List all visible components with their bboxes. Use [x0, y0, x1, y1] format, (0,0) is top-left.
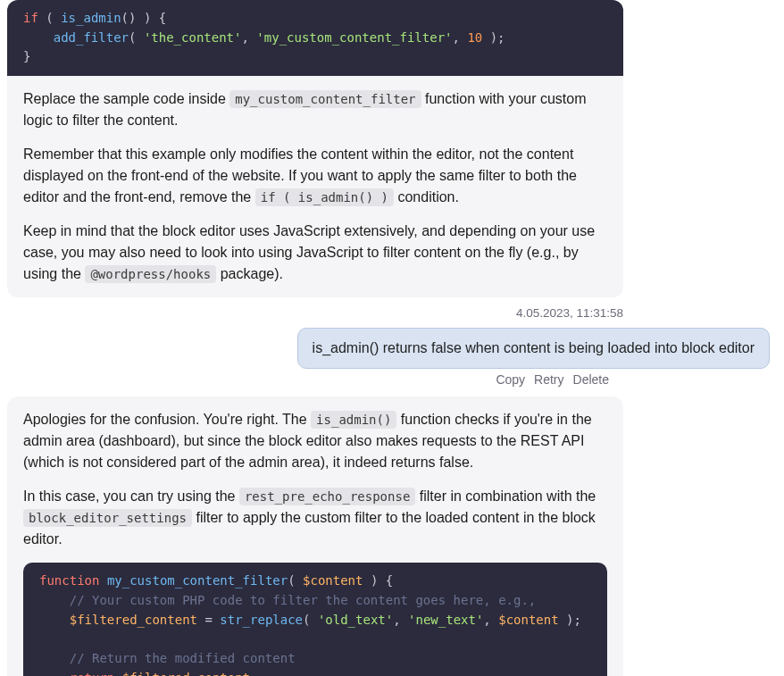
timestamp: 4.05.2023, 11:31:58 [0, 305, 623, 322]
code-block-2: function my_custom_content_filter( $cont… [23, 563, 607, 676]
paragraph: Apologies for the confusion. You're righ… [23, 409, 607, 473]
inline-code: if ( is_admin() ) [255, 188, 394, 206]
user-message: is_admin() returns false when content is… [297, 328, 770, 369]
message-actions: Copy Retry Delete [0, 371, 609, 389]
delete-button[interactable]: Delete [573, 371, 609, 389]
inline-code: my_custom_content_filter [229, 90, 421, 108]
paragraph: Replace the sample code inside my_custom… [23, 88, 607, 131]
retry-button[interactable]: Retry [534, 371, 563, 389]
assistant-message-2: Apologies for the confusion. You're righ… [7, 396, 623, 676]
inline-code: block_editor_settings [23, 509, 192, 527]
paragraph: Remember that this example only modifies… [23, 144, 607, 208]
paragraph: In this case, you can try using the rest… [23, 486, 607, 550]
user-message-row: is_admin() returns false when content is… [0, 328, 770, 369]
code-block-1: if ( is_admin() ) { add_filter( 'the_con… [7, 0, 623, 76]
paragraph: Keep in mind that the block editor uses … [23, 221, 607, 285]
inline-code: rest_pre_echo_response [239, 488, 415, 505]
assistant-message-1: if ( is_admin() ) { add_filter( 'the_con… [7, 0, 623, 297]
inline-code: @wordpress/hooks [85, 265, 216, 283]
inline-code: is_admin() [311, 411, 396, 429]
copy-button[interactable]: Copy [496, 371, 525, 389]
